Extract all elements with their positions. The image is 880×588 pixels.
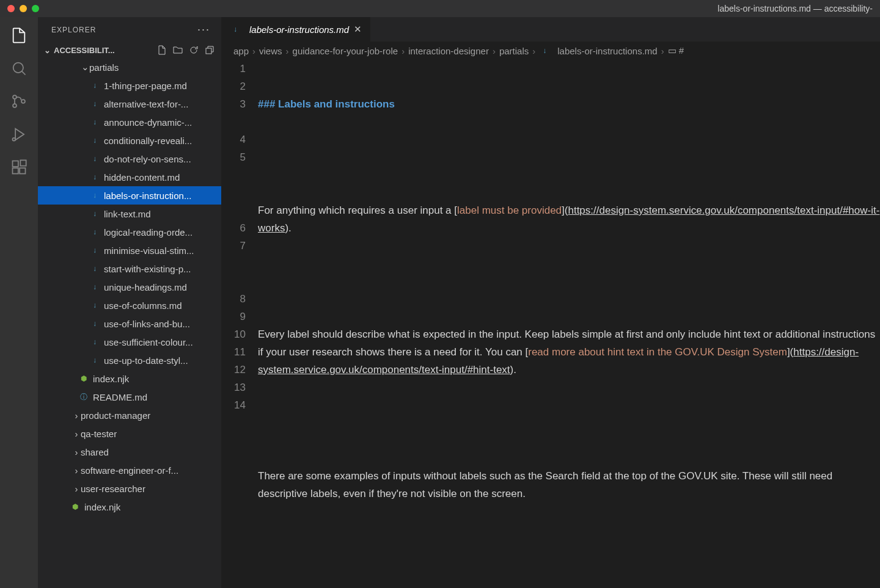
file-label: use-of-columns.md — [104, 300, 182, 311]
breadcrumbs[interactable]: app› views› guidance-for-your-job-role› … — [221, 42, 880, 60]
file-readme[interactable]: ⓘ README.md — [38, 388, 221, 406]
folder-label: software-engineer-or-f... — [81, 465, 178, 476]
folder-label: product-manager — [81, 410, 150, 421]
file-label: 1-thing-per-page.md — [104, 81, 187, 91]
tab-labels-or-instructions[interactable]: ↓ labels-or-instructions.md ✕ — [221, 17, 371, 42]
window-controls — [7, 5, 39, 12]
code-editor[interactable]: 123.45...67..891011121314 ### Labels and… — [221, 60, 880, 588]
file-label: use-up-to-date-styl... — [104, 355, 188, 366]
chevron-right-icon: › — [72, 410, 81, 421]
svg-point-1 — [13, 95, 16, 99]
close-window-icon[interactable] — [7, 5, 15, 12]
maximize-window-icon[interactable] — [32, 5, 39, 12]
markdown-file-icon: ↓ — [89, 80, 100, 91]
file-item[interactable]: ↓minimise-visual-stim... — [38, 241, 221, 260]
new-file-icon[interactable] — [156, 45, 167, 56]
file-item[interactable]: ↓conditionally-reveali... — [38, 131, 221, 150]
line-numbers: 123.45...67..891011121314 — [221, 60, 258, 588]
markdown-file-icon: ↓ — [89, 190, 100, 201]
explorer-icon[interactable] — [8, 24, 30, 46]
file-item[interactable]: ↓labels-or-instruction... — [38, 186, 221, 205]
file-label: link-text.md — [104, 209, 151, 219]
breadcrumb-item[interactable]: views — [259, 46, 282, 56]
file-label: alternative-text-for-... — [104, 99, 188, 109]
markdown-file-icon: ↓ — [89, 263, 100, 274]
file-item[interactable]: ↓hidden-content.md — [38, 168, 221, 186]
file-item[interactable]: ↓do-not-rely-on-sens... — [38, 150, 221, 168]
svg-rect-8 — [20, 160, 26, 165]
svg-point-0 — [13, 63, 23, 73]
file-item[interactable]: ↓announce-dynamic-... — [38, 113, 221, 131]
source-control-icon[interactable] — [8, 90, 30, 112]
file-tree: ⌄ partials ↓1-thing-per-page.md↓alternat… — [38, 58, 221, 588]
chevron-down-icon: ⌄ — [81, 62, 89, 73]
file-label: minimise-visual-stim... — [104, 245, 194, 256]
markdown-file-icon: ↓ — [89, 318, 100, 329]
file-item[interactable]: ↓1-thing-per-page.md — [38, 76, 221, 95]
run-debug-icon[interactable] — [8, 123, 30, 145]
file-item[interactable]: ↓use-of-links-and-bu... — [38, 314, 221, 333]
folder-item[interactable]: ›product-manager — [38, 406, 221, 424]
more-actions-icon[interactable]: ··· — [197, 23, 210, 36]
new-folder-icon[interactable] — [172, 45, 183, 56]
breadcrumb-item[interactable]: labels-or-instructions.md — [557, 46, 657, 56]
chevron-right-icon: › — [72, 447, 81, 457]
file-item[interactable]: ↓logical-reading-orde... — [38, 223, 221, 241]
folder-partials[interactable]: ⌄ partials — [38, 58, 221, 76]
window-title: labels-or-instructions.md — accessibilit… — [717, 4, 873, 13]
njk-file-icon: ⬢ — [78, 373, 89, 384]
minimize-window-icon[interactable] — [20, 5, 27, 12]
file-item[interactable]: ↓link-text.md — [38, 205, 221, 223]
markdown-file-icon: ↓ — [89, 355, 100, 366]
folder-item[interactable]: ›software-engineer-or-f... — [38, 461, 221, 479]
file-label: unique-headings.md — [104, 282, 187, 292]
extensions-icon[interactable] — [8, 156, 30, 178]
file-index-njk[interactable]: ⬢ index.njk — [38, 369, 221, 388]
file-label: use-sufficient-colour... — [104, 337, 193, 347]
file-item[interactable]: ↓start-with-existing-p... — [38, 260, 221, 278]
file-item[interactable]: ↓unique-headings.md — [38, 278, 221, 296]
file-item[interactable]: ↓use-of-columns.md — [38, 296, 221, 314]
chevron-right-icon: › — [72, 429, 81, 439]
file-label: hidden-content.md — [104, 172, 180, 183]
markdown-file-icon: ↓ — [89, 153, 100, 164]
breadcrumb-item[interactable]: partials — [499, 46, 529, 56]
folder-item[interactable]: ›qa-tester — [38, 424, 221, 443]
file-item[interactable]: ↓alternative-text-for-... — [38, 95, 221, 113]
folder-item[interactable]: ›shared — [38, 443, 221, 461]
markdown-file-icon: ↓ — [89, 135, 100, 146]
file-label: start-with-existing-p... — [104, 264, 191, 274]
project-actions — [156, 45, 215, 56]
file-label: announce-dynamic-... — [104, 117, 192, 128]
breadcrumb-item[interactable]: app — [233, 46, 249, 56]
markdown-file-icon: ↓ — [89, 300, 100, 311]
search-icon[interactable] — [8, 57, 30, 79]
breadcrumb-item[interactable]: guidance-for-your-job-role — [293, 46, 398, 56]
refresh-icon[interactable] — [188, 45, 199, 56]
markdown-file-icon: ↓ — [89, 281, 100, 292]
chevron-down-icon: ⌄ — [43, 46, 51, 55]
info-file-icon: ⓘ — [78, 391, 89, 402]
folder-label: user-researcher — [81, 484, 145, 494]
folder-item[interactable]: ›user-researcher — [38, 479, 221, 498]
project-header[interactable]: ⌄ ACCESSIBILIT... — [38, 42, 221, 58]
svg-rect-6 — [13, 168, 18, 173]
project-name: ACCESSIBILIT... — [54, 46, 115, 55]
file-item[interactable]: ↓use-up-to-date-styl... — [38, 351, 221, 369]
breadcrumb-item[interactable]: interaction-designer — [408, 46, 489, 56]
file-label: use-of-links-and-bu... — [104, 319, 190, 329]
svg-point-3 — [21, 100, 25, 103]
collapse-all-icon[interactable] — [204, 45, 215, 56]
chevron-right-icon: › — [72, 484, 81, 494]
tab-label: labels-or-instructions.md — [249, 24, 349, 35]
file-index-njk-2[interactable]: ⬢ index.njk — [38, 498, 221, 516]
file-label: labels-or-instruction... — [104, 191, 191, 201]
activity-bar — [0, 17, 38, 588]
file-item[interactable]: ↓use-sufficient-colour... — [38, 333, 221, 351]
close-icon[interactable]: ✕ — [354, 24, 362, 35]
markdown-file-icon: ↓ — [89, 117, 100, 128]
markdown-file-icon: ↓ — [89, 336, 100, 347]
file-label: conditionally-reveali... — [104, 136, 192, 146]
folder-label: shared — [81, 447, 109, 457]
code-content[interactable]: ### Labels and instructions For anything… — [258, 60, 880, 588]
